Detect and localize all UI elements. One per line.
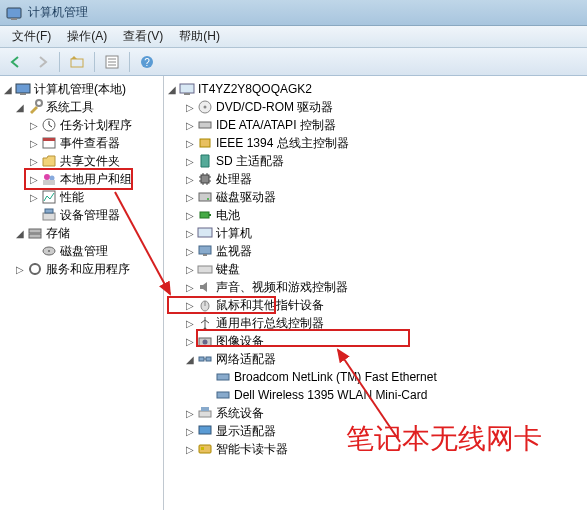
menu-view[interactable]: 查看(V) <box>115 26 171 47</box>
dev-sound[interactable]: ▷声音、视频和游戏控制器 <box>164 278 587 296</box>
tree-storage[interactable]: ◢ 存储 <box>0 224 163 242</box>
expand-icon[interactable]: ▷ <box>184 227 196 239</box>
svg-rect-46 <box>199 357 204 361</box>
expand-icon[interactable]: ▷ <box>184 263 196 275</box>
dev-usb[interactable]: ▷通用串行总线控制器 <box>164 314 587 332</box>
no-twist <box>202 371 214 383</box>
collapse-icon[interactable]: ◢ <box>166 83 178 95</box>
toolbar-separator <box>59 52 60 72</box>
ide-icon <box>197 117 213 133</box>
pc-icon <box>197 225 213 241</box>
dev-smartcard[interactable]: ▷智能卡读卡器 <box>164 440 587 458</box>
dev-nic2[interactable]: Dell Wireless 1395 WLAN Mini-Card <box>164 386 587 404</box>
tree-label: IEEE 1394 总线主控制器 <box>216 135 349 152</box>
tree-device-manager[interactable]: 设备管理器 <box>0 206 163 224</box>
expand-icon[interactable]: ▷ <box>184 335 196 347</box>
tree-performance[interactable]: ▷ 性能 <box>0 188 163 206</box>
up-button[interactable] <box>65 50 89 74</box>
titlebar: 计算机管理 <box>0 0 587 26</box>
right-tree-panel: ◢ IT4YZ2Y8QOQAGK2 ▷DVD/CD-ROM 驱动器 ▷IDE A… <box>164 76 587 510</box>
dev-root[interactable]: ◢ IT4YZ2Y8QOQAGK2 <box>164 80 587 98</box>
dev-disk[interactable]: ▷磁盘驱动器 <box>164 188 587 206</box>
tree-label: 系统设备 <box>216 405 264 422</box>
menu-action[interactable]: 操作(A) <box>59 26 115 47</box>
dev-mouse[interactable]: ▷鼠标和其他指针设备 <box>164 296 587 314</box>
dev-1394[interactable]: ▷IEEE 1394 总线主控制器 <box>164 134 587 152</box>
expand-icon[interactable]: ▷ <box>28 137 40 149</box>
expand-icon[interactable]: ▷ <box>28 155 40 167</box>
expand-icon[interactable]: ▷ <box>184 209 196 221</box>
expand-icon[interactable]: ▷ <box>184 299 196 311</box>
dev-cpu[interactable]: ▷处理器 <box>164 170 587 188</box>
toolbar-separator <box>94 52 95 72</box>
tree-root[interactable]: ◢ 计算机管理(本地) <box>0 80 163 98</box>
menu-file[interactable]: 文件(F) <box>4 26 59 47</box>
tree-label: 监视器 <box>216 243 252 260</box>
tree-label: 网络适配器 <box>216 351 276 368</box>
svg-point-11 <box>36 100 42 106</box>
dev-dvd[interactable]: ▷DVD/CD-ROM 驱动器 <box>164 98 587 116</box>
folder-share-icon <box>41 153 57 169</box>
tree-disk-mgmt[interactable]: 磁盘管理 <box>0 242 163 260</box>
help-button[interactable]: ? <box>135 50 159 74</box>
dev-system[interactable]: ▷系统设备 <box>164 404 587 422</box>
tree-system-tools[interactable]: ◢ 系统工具 <box>0 98 163 116</box>
tree-label: 任务计划程序 <box>60 117 132 134</box>
collapse-icon[interactable]: ◢ <box>14 227 26 239</box>
dev-battery[interactable]: ▷电池 <box>164 206 587 224</box>
dev-ide[interactable]: ▷IDE ATA/ATAPI 控制器 <box>164 116 587 134</box>
properties-button[interactable] <box>100 50 124 74</box>
expand-icon[interactable]: ▷ <box>184 281 196 293</box>
expand-icon[interactable]: ▷ <box>28 173 40 185</box>
expand-icon[interactable]: ▷ <box>184 173 196 185</box>
display-icon <box>197 423 213 439</box>
dev-computer[interactable]: ▷计算机 <box>164 224 587 242</box>
dev-sd[interactable]: ▷SD 主适配器 <box>164 152 587 170</box>
svg-rect-50 <box>217 392 229 398</box>
toolbar-separator <box>129 52 130 72</box>
expand-icon[interactable]: ▷ <box>28 191 40 203</box>
expand-icon[interactable]: ▷ <box>184 407 196 419</box>
tree-event-viewer[interactable]: ▷ 事件查看器 <box>0 134 163 152</box>
expand-icon[interactable]: ▷ <box>184 101 196 113</box>
tree-label: 处理器 <box>216 171 252 188</box>
tree-label: 共享文件夹 <box>60 153 120 170</box>
svg-rect-9 <box>16 84 30 93</box>
dev-network[interactable]: ◢网络适配器 <box>164 350 587 368</box>
dev-imaging[interactable]: ▷图像设备 <box>164 332 587 350</box>
collapse-icon[interactable]: ◢ <box>2 83 14 95</box>
tree-label: DVD/CD-ROM 驱动器 <box>216 99 333 116</box>
expand-icon[interactable]: ▷ <box>184 443 196 455</box>
svg-rect-53 <box>199 426 211 434</box>
expand-icon[interactable]: ▷ <box>184 191 196 203</box>
expand-icon[interactable]: ▷ <box>184 137 196 149</box>
wifi-icon <box>215 387 231 403</box>
tree-local-users[interactable]: ▷ 本地用户和组 <box>0 170 163 188</box>
collapse-icon[interactable]: ◢ <box>184 353 196 365</box>
expand-icon[interactable]: ▷ <box>14 263 26 275</box>
expand-icon[interactable]: ▷ <box>184 425 196 437</box>
svg-point-29 <box>204 106 207 109</box>
expand-icon[interactable]: ▷ <box>184 119 196 131</box>
expand-icon[interactable]: ▷ <box>28 119 40 131</box>
dev-display[interactable]: ▷显示适配器 <box>164 422 587 440</box>
dev-nic1[interactable]: Broadcom NetLink (TM) Fast Ethernet <box>164 368 587 386</box>
dev-monitor[interactable]: ▷监视器 <box>164 242 587 260</box>
tree-label: 本地用户和组 <box>60 171 132 188</box>
expand-icon[interactable]: ▷ <box>184 317 196 329</box>
tree-shared-folders[interactable]: ▷ 共享文件夹 <box>0 152 163 170</box>
expand-icon[interactable]: ▷ <box>184 245 196 257</box>
tree-task-scheduler[interactable]: ▷ 任务计划程序 <box>0 116 163 134</box>
dev-keyboard[interactable]: ▷键盘 <box>164 260 587 278</box>
tree-services[interactable]: ▷ 服务和应用程序 <box>0 260 163 278</box>
collapse-icon[interactable]: ◢ <box>14 101 26 113</box>
left-tree-panel: ◢ 计算机管理(本地) ◢ 系统工具 ▷ 任务计划程序 ▷ 事件查看器 ▷ <box>0 76 164 510</box>
camera-icon <box>197 333 213 349</box>
tree-label: 图像设备 <box>216 333 264 350</box>
monitor-icon <box>197 243 213 259</box>
menu-help[interactable]: 帮助(H) <box>171 26 228 47</box>
expand-icon[interactable]: ▷ <box>184 155 196 167</box>
back-button[interactable] <box>4 50 28 74</box>
forward-button[interactable] <box>30 50 54 74</box>
storage-icon <box>27 225 43 241</box>
